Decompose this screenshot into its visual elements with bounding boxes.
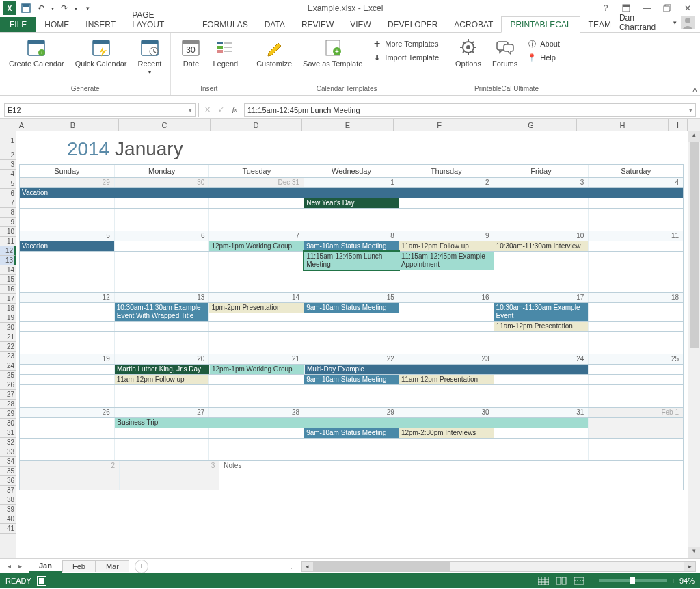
calendar-event[interactable]: 11am-12pm Presentation <box>399 375 494 384</box>
calendar-cell[interactable] <box>494 209 589 231</box>
tab-review[interactable]: REVIEW <box>293 17 342 32</box>
calendar-cell[interactable]: Business Trip <box>115 418 588 428</box>
row-header-34[interactable]: 34 <box>0 457 16 467</box>
view-pagebreak-button[interactable] <box>572 575 586 586</box>
options-button[interactable]: Options <box>450 34 486 70</box>
calendar-cell[interactable] <box>115 252 210 270</box>
calendar-cell[interactable] <box>494 375 589 384</box>
zoom-out-button[interactable]: − <box>590 577 594 585</box>
qat-redo-button[interactable]: ↷ <box>57 1 71 15</box>
row-header-39[interactable]: 39 <box>0 505 16 514</box>
calendar-cell[interactable] <box>115 198 210 208</box>
calendar-cell[interactable]: Multi-Day Example <box>305 365 589 374</box>
row-header-10[interactable]: 10 <box>0 227 16 237</box>
date-cell[interactable]: 6 <box>115 231 210 241</box>
row-header-27[interactable]: 27 <box>0 390 16 400</box>
calendar-event[interactable]: Vacation <box>20 241 114 251</box>
calendar-cell[interactable] <box>494 439 589 460</box>
calendar-cell[interactable] <box>209 198 304 208</box>
col-header-B[interactable]: B <box>27 119 119 131</box>
row-headers[interactable]: 1234567891011121314151617181920212223242… <box>0 131 16 558</box>
calendar-cell[interactable]: 12pm-2:30pm Interviews <box>399 428 494 438</box>
calendar-cell[interactable] <box>589 418 683 428</box>
enter-formula-button[interactable]: ✓ <box>214 103 228 117</box>
row-header-13[interactable]: 13 <box>0 256 16 265</box>
collapse-ribbon-button[interactable]: ᐱ <box>692 86 697 94</box>
row-header-30[interactable]: 30 <box>0 419 16 428</box>
tab-insert[interactable]: INSERT <box>77 17 124 32</box>
calendar-event[interactable]: 11:15am-12:45pm Example Appointment <box>399 252 494 270</box>
help-button-ribbon[interactable]: 📍Help <box>524 51 563 64</box>
calendar-cell[interactable]: 11am-12pm Follow up <box>115 375 210 384</box>
add-sheet-button[interactable]: + <box>135 560 148 573</box>
calendar-event[interactable]: 12pm-2:30pm Interviews <box>399 428 494 438</box>
calendar-cell[interactable] <box>589 241 683 251</box>
col-header-D[interactable]: D <box>211 119 302 131</box>
date-cell[interactable]: 14 <box>209 293 304 302</box>
row-header-7[interactable]: 7 <box>0 198 16 208</box>
calendar-cell[interactable]: 10:30am-11:30am Example Event <box>494 303 589 321</box>
calendar-cell[interactable]: Vacation <box>20 241 115 251</box>
calendar-event[interactable]: 10:30am-11:30am Example Event With Wrapp… <box>115 303 209 321</box>
calendar-cell[interactable] <box>115 385 210 407</box>
calendar-cell[interactable] <box>589 252 683 270</box>
row-header-11[interactable]: 11 <box>0 237 16 246</box>
date-cell[interactable]: 18 <box>589 293 683 302</box>
col-header-C[interactable]: C <box>119 119 211 131</box>
calendar-event[interactable]: 11:15am-12:45pm Lunch Meeting <box>304 252 399 270</box>
column-headers[interactable]: ABCDEFGHI <box>16 119 700 131</box>
help-button[interactable]: ? <box>596 1 615 15</box>
qat-undo-button[interactable]: ↶ <box>34 1 48 15</box>
calendar-cell[interactable] <box>115 209 210 231</box>
calendar-cell[interactable] <box>209 439 304 460</box>
customize-button[interactable]: Customize <box>252 34 297 70</box>
date-cell[interactable]: 23 <box>399 354 494 364</box>
calendar-cell[interactable] <box>115 322 210 331</box>
calendar-cell[interactable]: Vacation <box>20 188 683 198</box>
calendar-cell[interactable] <box>399 322 494 331</box>
calendar-cell[interactable] <box>589 332 683 354</box>
more-templates-button[interactable]: ✚More Templates <box>368 37 442 51</box>
calendar-cell[interactable]: 11:15am-12:45pm Lunch Meeting <box>304 252 399 270</box>
date-cell[interactable]: 28 <box>209 408 304 417</box>
row-header-29[interactable]: 29 <box>0 409 16 419</box>
tab-acrobat[interactable]: ACROBAT <box>446 17 501 32</box>
calendar-cell[interactable] <box>115 332 210 354</box>
tab-view[interactable]: VIEW <box>342 17 379 32</box>
calendar-cell[interactable] <box>209 332 304 354</box>
date-cell[interactable]: 29 <box>20 178 115 187</box>
row-header-37[interactable]: 37 <box>0 486 16 495</box>
calendar-cell[interactable] <box>589 365 683 374</box>
date-cell[interactable]: 3 <box>120 461 219 490</box>
legend-button[interactable]: Legend <box>208 34 243 70</box>
calendar-event[interactable]: 10:30am-11:30am Interview <box>494 241 589 251</box>
calendar-cell[interactable]: 11:15am-12:45pm Example Appointment <box>399 252 494 270</box>
date-cell[interactable]: 7 <box>209 231 304 241</box>
zoom-in-button[interactable]: + <box>671 577 675 585</box>
calendar-cell[interactable] <box>304 270 399 292</box>
calendar-cell[interactable] <box>494 428 589 438</box>
row-header-1[interactable]: 1 <box>0 131 16 150</box>
row-header-32[interactable]: 32 <box>0 438 16 447</box>
calendar-cell[interactable]: 9am-10am Status Meeting <box>304 428 399 438</box>
calendar-cell[interactable] <box>20 375 115 384</box>
row-header-25[interactable]: 25 <box>0 371 16 380</box>
date-cell[interactable]: 22 <box>304 354 399 364</box>
sheet-tab-feb[interactable]: Feb <box>62 560 96 572</box>
row-header-14[interactable]: 14 <box>0 265 16 275</box>
date-cell[interactable]: 15 <box>304 293 399 302</box>
row-header-5[interactable]: 5 <box>0 179 16 189</box>
create-calendar-button[interactable]: + Create Calendar <box>4 34 69 77</box>
tab-team[interactable]: TEAM <box>580 17 619 32</box>
calendar-cell[interactable] <box>20 365 115 374</box>
row-header-21[interactable]: 21 <box>0 332 16 342</box>
date-cell[interactable]: 26 <box>20 408 115 417</box>
select-all-corner[interactable] <box>0 119 16 131</box>
row-header-6[interactable]: 6 <box>0 189 16 198</box>
calendar-cell[interactable]: 9am-10am Status Meeting <box>304 241 399 251</box>
recent-button[interactable]: Recent ▾ <box>133 34 167 77</box>
calendar-cell[interactable] <box>20 322 115 331</box>
row-header-12[interactable]: 12 <box>0 246 16 256</box>
calendar-event[interactable]: 9am-10am Status Meeting <box>304 241 399 251</box>
qat-undo-drop-button[interactable]: ▾ <box>49 1 56 15</box>
